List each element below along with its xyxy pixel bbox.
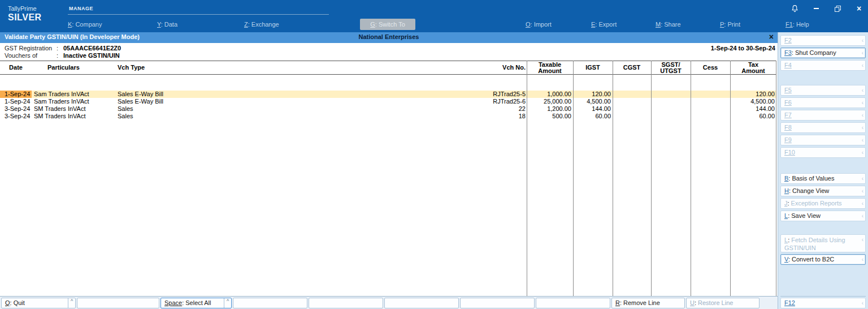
save-view-button[interactable]: L:Save View ‹ [780,211,866,221]
key-letter: F10 [784,149,795,156]
expand-arrow-icon: ‹ [862,199,863,208]
key-separator: : [182,299,184,306]
vouchers-of-value: Inactive GSTIN/UIN [63,52,120,59]
table-row[interactable]: 3-Sep-24 SM Traders InVAct Sales 22 1,20… [0,105,776,113]
button-label: Basis of Values [792,175,834,182]
notification-bell-icon[interactable] [790,4,799,13]
button-label: Select All [185,299,211,306]
cell-sgst [651,98,691,105]
expand-arrow-icon: ‹ [862,123,863,132]
cell-cess [691,98,730,105]
key-separator: : [789,187,791,194]
menu-label: Company [75,21,102,28]
menu-label: Switch To [379,21,405,28]
column-header-vch-no: Vch No. [396,65,527,71]
key-separator: : [792,49,793,56]
expand-arrow-icon: ‹ [862,36,863,45]
key-separator: : [248,21,250,28]
f12-configure-button[interactable]: F12 ‹ [780,298,866,308]
column-divider [730,61,731,296]
menu-data[interactable]: Y:Data [157,21,177,28]
switch-to-button: G:Switch To [360,19,415,30]
remove-line-button[interactable]: R:Remove Line [611,298,685,308]
exception-reports-button: J:Exception Reports ‹ [780,198,866,209]
key-letter: V [784,256,788,263]
key-letter: R [615,299,620,306]
cell-date: 1-Sep-24 [0,91,32,98]
menu-exchange[interactable]: Z:Exchange [244,21,279,28]
manage-group-label: MANAGE [69,6,93,11]
menu-label: Data [164,21,177,28]
column-header-vch-type: Vch Type [115,65,396,71]
key-letter: F5 [784,87,792,93]
quit-button[interactable]: Q:Quit ^ [1,298,76,308]
menu-help[interactable]: F1:Help [785,21,809,28]
table-right-border [776,61,776,296]
table-row-selected[interactable]: 1-Sep-24 Sam Traders InVAct Sales E-Way … [0,91,776,98]
key-separator: : [724,21,726,28]
f6-button: F6 ‹ [780,97,866,108]
key-letter: F4 [784,62,792,68]
change-view-button[interactable]: H:Change View ‹ [780,186,866,196]
cell-vch-no: 18 [396,113,527,120]
restore-button[interactable] [833,4,842,13]
cell-igst: 120.00 [573,91,613,98]
cell-cgst [613,98,651,105]
brand-edition: SILVER [8,12,42,23]
sidebar-spacer [780,160,866,173]
expand-arrow-icon: ‹ [862,174,863,183]
key-separator: : [531,21,532,28]
menu-import[interactable]: O:Import [526,21,552,28]
cell-cess [691,105,730,113]
fetch-details-button: L:Fetch Details Using GSTIN/UIN ‹ [780,234,866,252]
button-label: Exception Reports [791,200,842,207]
key-letter: F6 [784,99,792,106]
report-close-button[interactable]: × [769,32,774,41]
table-row[interactable]: 1-Sep-24 Sam Traders InVAct Sales E-Way … [0,98,776,105]
convert-to-b2c-button[interactable]: V:Convert to B2C ‹ [780,254,866,265]
window-controls: × [790,3,863,14]
menu-label: Help [796,21,809,28]
cell-igst: 144.00 [573,105,613,113]
brand-name: TallyPrime [8,5,42,12]
vouchers-of-row: Vouchers of:Inactive GSTIN/UIN [5,52,120,59]
menu-share[interactable]: M:Share [656,21,681,28]
menu-export[interactable]: E:Export [591,21,617,28]
key-separator: : [788,256,790,263]
bottombar-empty-slot [309,298,383,308]
report-header: GST Registration:05AAACE6641E2Z0 Voucher… [0,43,778,61]
expand-arrow-icon: ‹ [862,111,863,119]
key-letter: Y [157,21,161,28]
basis-of-values-button[interactable]: B:Basis of Values ‹ [780,173,866,184]
expand-arrow-icon: ‹ [862,187,863,195]
expand-arrow-icon: ‹ [862,136,863,144]
minimize-button[interactable] [811,4,821,13]
f5-button: F5 ‹ [780,85,866,96]
cell-cess [691,91,730,98]
key-letter: M [656,21,661,28]
caret-up-icon[interactable]: ^ [224,298,231,308]
restore-icon [835,6,841,12]
key-separator: : [620,299,622,306]
key-separator: : [595,21,597,28]
column-header-cess: Cess [691,65,730,71]
window-close-button[interactable]: × [854,4,863,13]
table-row[interactable]: 3-Sep-24 SM Traders InVAct Sales 18 500.… [0,113,776,120]
key-separator: : [695,299,696,306]
sidebar-footer: F12 ‹ [780,296,866,309]
bottombar-empty-slot [384,298,459,308]
button-label: Remove Line [623,299,660,306]
sidebar-spacer [780,72,866,85]
menu-print[interactable]: P:Print [720,21,740,28]
shut-company-button[interactable]: F3:Shut Company ‹ [780,48,866,58]
button-label: Change View [792,187,829,194]
menu-company[interactable]: K:Company [68,21,102,28]
cell-particulars: Sam Traders InVAct [32,91,115,98]
caret-up-icon[interactable]: ^ [68,298,75,308]
select-all-button[interactable]: Space:Select All ^ [160,298,232,308]
expand-arrow-icon: ‹ [862,299,863,307]
cell-taxable: 500.00 [527,113,573,120]
report-title-bar: National Enterprises Validate Party GSTI… [0,32,778,43]
column-divider [651,61,652,296]
cell-tax: 144.00 [730,105,776,113]
